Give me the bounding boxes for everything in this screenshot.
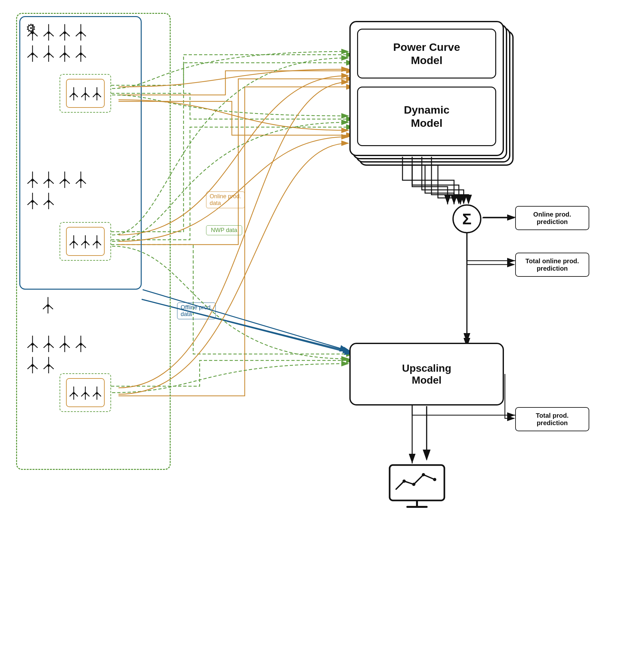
turbine-group-bottom-scattered	[26, 335, 91, 373]
nwp-data-box: NWP data	[206, 225, 242, 235]
sigma-symbol: Σ	[462, 210, 472, 228]
diagram: ⚙	[0, 0, 644, 662]
dynamic-model-label: DynamicModel	[404, 103, 450, 130]
online-prod-prediction-label: Online prod.prediction	[533, 211, 571, 226]
online-prod-data-box: Online prod.data	[206, 191, 245, 208]
online-prod-prediction-box: Online prod.prediction	[515, 206, 589, 230]
offline-prod-data-label-container: Offline prod.data	[177, 303, 216, 319]
orange-box-top	[66, 79, 105, 108]
orange-box-middle	[66, 227, 105, 256]
sigma-circle: Σ	[453, 204, 481, 233]
offline-prod-data-box: Offline prod.data	[177, 303, 216, 319]
total-online-prod-prediction-label: Total online prod.prediction	[526, 257, 579, 272]
orange-box-bottom	[66, 378, 105, 407]
offline-prod-data-label: Offline prod.data	[181, 304, 212, 317]
upscaling-model-label: UpscalingModel	[402, 362, 452, 386]
dynamic-model-box: DynamicModel	[357, 87, 496, 146]
online-prod-data-label: Online prod.data	[210, 193, 241, 206]
svg-point-156	[412, 483, 415, 486]
nwp-data-label-container: NWP data	[206, 225, 242, 235]
turbine-group-middle-scattered	[26, 170, 91, 209]
model-card-front: Power CurveModel DynamicModel	[349, 21, 504, 156]
svg-line-4	[142, 299, 352, 352]
online-prod-data-label-container: Online prod.data	[206, 191, 245, 208]
svg-point-158	[422, 473, 425, 476]
inner-green-box-top	[60, 74, 111, 113]
monitor-icon	[388, 464, 446, 512]
inner-green-box-bottom	[60, 373, 111, 412]
upscaling-model-box: UpscalingModel	[349, 343, 504, 405]
svg-rect-155	[390, 465, 444, 500]
total-prod-prediction-box: Total prod.prediction	[515, 407, 589, 431]
total-online-prod-prediction-box: Total online prod.prediction	[515, 253, 589, 277]
inner-green-box-middle	[60, 222, 111, 261]
turbine-group-top-scattered	[26, 23, 91, 62]
turbine-offline-single	[42, 296, 54, 315]
monitor-container	[385, 460, 449, 515]
svg-point-159	[433, 478, 436, 481]
svg-point-157	[402, 479, 406, 483]
nwp-data-label: NWP data	[211, 227, 237, 233]
total-prod-prediction-label: Total prod.prediction	[536, 412, 569, 427]
power-curve-model-box: Power CurveModel	[357, 29, 496, 78]
power-curve-model-label: Power CurveModel	[393, 41, 460, 67]
